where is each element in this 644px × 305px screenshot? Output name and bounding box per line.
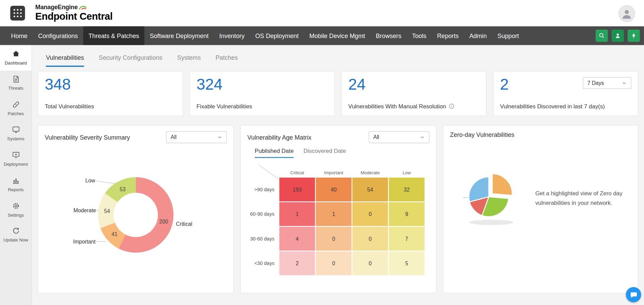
sidebar-item-threats[interactable]: Threats	[0, 70, 32, 96]
heat-cell[interactable]: 1	[316, 202, 352, 226]
heat-cell[interactable]: 4	[279, 227, 315, 251]
nav-item-os-deployment[interactable]: OS Deployment	[250, 26, 304, 45]
panels-row: Vulnerability Severity Summary All	[38, 125, 638, 293]
quick-launch-button[interactable]	[628, 30, 640, 42]
sidebar-item-reports[interactable]: Reports	[0, 172, 32, 197]
sidebar-item-label: Systems	[7, 136, 24, 142]
brand-company: ManageEngine	[35, 3, 78, 11]
monitor-icon	[12, 126, 20, 134]
refresh-icon	[12, 227, 20, 235]
avatar-icon	[621, 7, 633, 20]
brand-logo: ManageEngine Endpoint Central	[35, 3, 113, 22]
tab-systems[interactable]: Systems	[177, 54, 201, 67]
panel-title: Vulnerability Severity Summary	[45, 134, 130, 141]
matrix-row-label: <30 days	[241, 251, 279, 275]
chat-widget-button[interactable]	[626, 287, 641, 302]
donut-label-critical: Critical	[176, 221, 192, 227]
user-avatar[interactable]	[619, 5, 635, 22]
heat-cell[interactable]: 193	[279, 178, 315, 201]
stat-value[interactable]: 24	[348, 76, 479, 93]
sidebar-item-deployment[interactable]: Deployment	[0, 146, 32, 172]
home-icon	[12, 50, 20, 58]
heat-cell[interactable]: 0	[316, 227, 352, 251]
chat-icon	[629, 291, 638, 299]
main-content: Vulnerabilities Security Configurations …	[32, 45, 644, 305]
days-range-value: 7 Days	[587, 80, 604, 86]
heat-cell[interactable]: 0	[352, 251, 388, 275]
sidebar-item-dashboard[interactable]: Dashboard	[0, 45, 32, 71]
heat-cell[interactable]: 0	[316, 251, 352, 275]
heat-cell[interactable]: 54	[352, 178, 388, 201]
threats-document-icon	[12, 75, 20, 83]
tab-patches[interactable]: Patches	[215, 54, 237, 67]
matrix-col-low: Low	[389, 170, 425, 175]
days-range-dropdown[interactable]: 7 Days	[583, 77, 631, 89]
severity-donut-area: 200 41 54 53 Critical Important Moderate…	[38, 149, 233, 288]
manageengine-swoosh-icon	[78, 5, 88, 10]
chevron-down-icon	[419, 134, 425, 140]
panel-title: Vulnerability Age Matrix	[247, 134, 311, 141]
sidebar-item-label: Deployment	[4, 162, 28, 167]
heat-cell[interactable]: 9	[389, 202, 425, 226]
zero-day-content: Get a highlighted view of Zero day vulne…	[443, 169, 638, 227]
deployment-icon	[12, 151, 20, 159]
app-window: ManageEngine Endpoint Central Home Confi…	[0, 0, 644, 305]
stat-value[interactable]: 324	[196, 76, 327, 93]
heat-cell[interactable]: 40	[316, 178, 352, 201]
matrix-row-label: 30-60 days	[241, 227, 279, 251]
info-icon[interactable]	[448, 103, 455, 109]
donut-value-important: 41	[111, 231, 117, 237]
nav-item-admin[interactable]: Admin	[464, 26, 492, 45]
nav-item-threats-patches[interactable]: Threats & Patches	[83, 26, 144, 45]
stat-card-fixable-vulnerabilities: 324 Fixable Vulnerabilities	[190, 71, 335, 116]
tab-vulnerabilities[interactable]: Vulnerabilities	[46, 54, 84, 67]
patch-icon	[12, 100, 20, 108]
search-icon	[598, 32, 606, 39]
nav-item-tools[interactable]: Tools	[407, 26, 432, 45]
nav-item-mobile-device-mgmt[interactable]: Mobile Device Mgmt	[304, 26, 370, 45]
severity-summary-panel: Vulnerability Severity Summary All	[38, 125, 234, 293]
sidebar-item-patches[interactable]: Patches	[0, 96, 32, 121]
matrix-tab-discovered-date[interactable]: Discovered Date	[304, 148, 346, 158]
chevron-down-icon	[217, 134, 222, 140]
stat-card-total-vulnerabilities: 348 Total Vulnerabilities	[38, 71, 183, 116]
heat-cell[interactable]: 32	[389, 178, 425, 201]
matrix-tab-published-date[interactable]: Published Date	[255, 148, 294, 158]
heat-cell[interactable]: 7	[389, 227, 425, 251]
nav-item-home[interactable]: Home	[6, 26, 33, 45]
tab-security-configurations[interactable]: Security Configurations	[99, 54, 162, 67]
matrix-row-label: >90 days	[241, 178, 279, 201]
nav-item-browsers[interactable]: Browsers	[371, 26, 407, 45]
age-matrix-filter-dropdown[interactable]: All	[369, 131, 430, 143]
nav-item-support[interactable]: Support	[492, 26, 524, 45]
severity-filter-dropdown[interactable]: All	[166, 131, 227, 143]
heat-cell[interactable]: 5	[389, 251, 425, 275]
nav-item-software-deployment[interactable]: Software Deployment	[144, 26, 214, 45]
stat-card-manual-resolution: 24 Vulnerabilities With Manual Resolutio…	[341, 71, 486, 116]
matrix-row-label: 60-90 days	[241, 202, 279, 226]
sidebar-item-update-now[interactable]: Update Now	[0, 222, 32, 248]
stat-card-discovered-recently: 2 7 Days Vulnerabilities Discovered in l…	[493, 71, 638, 116]
severity-donut-chart[interactable]	[98, 177, 174, 253]
sidebar-item-settings[interactable]: Settings	[0, 197, 32, 222]
panel-title: Zero-day Vulnerabilities	[450, 131, 515, 138]
top-header: ManageEngine Endpoint Central	[0, 0, 644, 26]
search-button[interactable]	[595, 30, 608, 42]
lightning-icon	[630, 32, 638, 39]
sidebar-item-systems[interactable]: Systems	[0, 121, 32, 147]
matrix-col-moderate: Moderate	[352, 170, 388, 175]
heat-cell[interactable]: 2	[279, 251, 315, 275]
nav-item-configurations[interactable]: Configurations	[33, 26, 83, 45]
heat-cell[interactable]: 1	[279, 202, 315, 226]
nav-item-inventory[interactable]: Inventory	[214, 26, 250, 45]
apps-grid-button[interactable]	[10, 6, 25, 20]
support-agent-button[interactable]	[612, 30, 624, 42]
stat-value[interactable]: 348	[45, 76, 176, 93]
heat-cell[interactable]: 0	[352, 227, 388, 251]
severity-filter-value: All	[171, 134, 176, 140]
heat-cell[interactable]: 0	[352, 202, 388, 226]
nav-item-reports[interactable]: Reports	[432, 26, 464, 45]
age-matrix-panel: Vulnerability Age Matrix All Published D…	[240, 125, 436, 293]
main-nav: Home Configurations Threats & Patches So…	[0, 26, 644, 45]
chevron-down-icon	[622, 80, 627, 86]
